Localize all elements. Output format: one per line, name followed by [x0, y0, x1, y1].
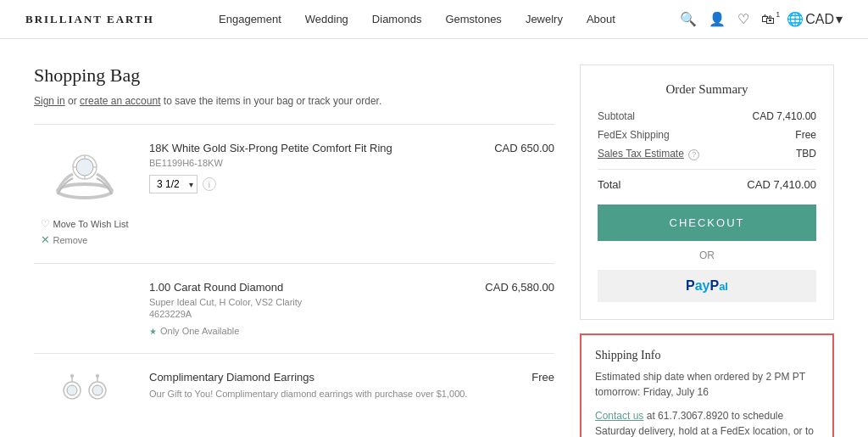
ring-details: 18K White Gold Six-Prong Petite Comfort …	[149, 142, 554, 246]
order-summary-title: Order Summary	[598, 82, 816, 97]
size-dropdown-wrapper[interactable]: 3 1/2 4 4 1/2 5	[149, 175, 198, 193]
cart-icon[interactable]: 🛍1	[761, 12, 775, 27]
diamond-name: 1.00 Carat Round Diamond	[149, 281, 302, 294]
move-to-wishlist-button[interactable]: ♡ Move To Wish List	[41, 218, 128, 230]
total-value: CAD 7,410.00	[747, 178, 816, 191]
remove-label: Remove	[53, 235, 87, 245]
tax-help-icon[interactable]: ?	[688, 149, 699, 160]
ring-image	[42, 142, 127, 210]
svg-point-10	[70, 374, 74, 378]
svg-point-0	[58, 184, 112, 198]
cart-item-diamond: 1.00 Carat Round Diamond Super Ideal Cut…	[34, 263, 554, 353]
wishlist-label: Move To Wish List	[53, 219, 128, 229]
contact-us-link[interactable]: Contact us	[595, 410, 643, 422]
x-icon: ✕	[41, 233, 50, 246]
or-divider: OR	[598, 249, 816, 261]
earring-svg	[55, 373, 114, 420]
shipping-info-title: Shipping Info	[595, 349, 819, 362]
subtotal-value: CAD 7,410.00	[753, 110, 816, 122]
nav-item-about[interactable]: About	[587, 13, 615, 26]
size-dropdown[interactable]: 3 1/2 4 4 1/2 5	[149, 175, 198, 193]
checkout-button[interactable]: CHECKOUT	[598, 204, 816, 241]
main-nav: Engagement Wedding Diamonds Gemstones Je…	[219, 13, 615, 26]
sign-in-prompt: Sign in or create an account to save the…	[34, 95, 554, 107]
shipping-label: FedEx Shipping	[598, 129, 670, 141]
paypal-button[interactable]: PayPal	[598, 270, 816, 302]
item-image-diamond	[34, 281, 136, 336]
ring-price: CAD 650.00	[494, 142, 554, 154]
header-icons: 🔍 👤 ♡ 🛍1 🌐 CAD ▾	[680, 11, 843, 27]
cart-item-earrings: Complimentary Diamond Earrings Our Gift …	[34, 353, 554, 437]
shipping-value: Free	[795, 129, 816, 141]
diamond-details: 1.00 Carat Round Diamond Super Ideal Cut…	[149, 281, 554, 336]
page-title: Shopping Bag	[34, 64, 554, 87]
nav-item-engagement[interactable]: Engagement	[219, 13, 281, 26]
nav-item-diamonds[interactable]: Diamonds	[372, 13, 422, 26]
diamond-sku: 4623229A	[149, 309, 302, 319]
currency-selector[interactable]: 🌐 CAD ▾	[787, 11, 843, 27]
diamond-sub: Super Ideal Cut, H Color, VS2 Clarity	[149, 297, 302, 307]
tax-value: TBD	[796, 148, 816, 160]
svg-point-8	[67, 385, 77, 395]
earring-price: Free	[531, 371, 554, 384]
item-image-ring: ♡ Move To Wish List ✕ Remove	[34, 142, 136, 246]
item-image-earrings	[34, 371, 136, 422]
cart-item-ring: ♡ Move To Wish List ✕ Remove 18K White G…	[34, 124, 554, 263]
currency-label: CAD	[805, 12, 834, 27]
total-label: Total	[598, 178, 620, 191]
heart-icon: ♡	[41, 218, 50, 230]
subtotal-label: Subtotal	[598, 110, 635, 122]
search-icon[interactable]: 🔍	[680, 11, 697, 27]
tax-label: Sales Tax Estimate ?	[598, 148, 699, 160]
svg-point-12	[92, 385, 103, 395]
nav-item-gemstones[interactable]: Gemstones	[445, 13, 501, 26]
right-section: Order Summary Subtotal CAD 7,410.00 FedE…	[580, 64, 834, 437]
earring-desc: Our Gift to You! Complimentary diamond e…	[149, 387, 467, 401]
remove-button[interactable]: ✕ Remove	[41, 233, 128, 246]
size-info-icon[interactable]: i	[203, 177, 216, 191]
tax-link[interactable]: Sales Tax Estimate	[598, 148, 684, 160]
sign-in-link[interactable]: Sign in	[34, 95, 65, 107]
subtotal-row: Subtotal CAD 7,410.00	[598, 110, 816, 122]
svg-point-14	[96, 374, 99, 378]
main-content: Shopping Bag Sign in or create an accoun…	[0, 39, 868, 437]
site-logo[interactable]: BRILLIANT EARTH	[25, 13, 154, 26]
shipping-estimate-text: Estimated ship date when ordered by 2 PM…	[595, 369, 819, 400]
order-summary-box: Order Summary Subtotal CAD 7,410.00 FedE…	[580, 64, 834, 320]
star-icon: ★	[149, 327, 157, 336]
paypal-logo: PayPal	[686, 278, 728, 294]
nav-item-jewelry[interactable]: Jewelry	[526, 13, 563, 26]
ring-name: 18K White Gold Six-Prong Petite Comfort …	[149, 142, 392, 154]
shipping-contact-text: Contact us at 61.7.3067.8920 to schedule…	[595, 408, 819, 438]
size-selector: 3 1/2 4 4 1/2 5 i	[149, 175, 392, 193]
summary-divider	[598, 169, 816, 170]
tax-row: Sales Tax Estimate ? TBD	[598, 148, 816, 160]
availability-badge: ★ Only One Available	[149, 326, 302, 336]
ring-svg	[47, 148, 123, 204]
earring-details: Complimentary Diamond Earrings Our Gift …	[149, 371, 554, 422]
site-header: BRILLIANT EARTH Engagement Wedding Diamo…	[0, 0, 868, 39]
nav-item-wedding[interactable]: Wedding	[305, 13, 348, 26]
availability-text: Only One Available	[160, 326, 239, 336]
ring-sku: BE1199H6-18KW	[149, 158, 392, 168]
svg-point-2	[76, 159, 93, 176]
earring-name: Complimentary Diamond Earrings	[149, 371, 467, 384]
wishlist-remove: ♡ Move To Wish List ✕ Remove	[41, 218, 128, 246]
wishlist-icon[interactable]: ♡	[737, 11, 749, 27]
total-row: Total CAD 7,410.00	[598, 178, 816, 191]
create-account-link[interactable]: create an account	[80, 95, 160, 107]
diamond-price: CAD 6,580.00	[485, 281, 554, 294]
cart-section: Shopping Bag Sign in or create an accoun…	[34, 64, 554, 437]
shipping-row: FedEx Shipping Free	[598, 129, 816, 141]
cart-count: 1	[776, 10, 780, 19]
earring-image	[51, 371, 119, 422]
globe-icon: 🌐	[787, 11, 804, 27]
chevron-down-icon: ▾	[836, 11, 843, 27]
account-icon[interactable]: 👤	[709, 11, 726, 27]
shipping-info-box: Shipping Info Estimated ship date when o…	[580, 333, 834, 438]
